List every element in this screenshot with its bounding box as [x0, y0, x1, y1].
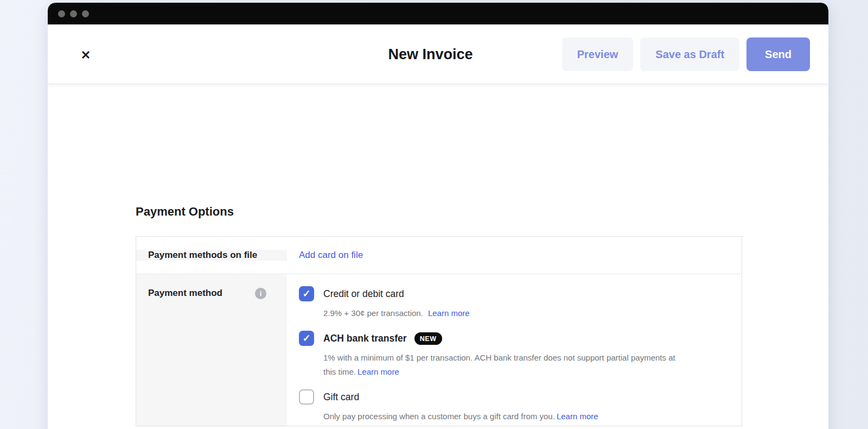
traffic-light-dot[interactable]	[82, 10, 89, 17]
ach-bank-transfer-checkbox[interactable]: ✓	[299, 331, 314, 346]
gift-card-label: Gift card	[323, 392, 359, 403]
payment-method-options-cell: ✓ Credit or debit card 2.9% + 30¢ per tr…	[287, 274, 742, 426]
gift-card-desc: Only pay processing when a customer buys…	[323, 409, 681, 424]
new-badge: NEW	[414, 332, 442, 345]
row-value-cell: Add card on file	[287, 250, 742, 261]
info-icon[interactable]: i	[255, 288, 266, 299]
payment-method-label: Payment method	[148, 288, 222, 299]
modal-window: ✕ New Invoice Preview Save as Draft Send…	[48, 3, 828, 429]
learn-more-link[interactable]: Learn more	[557, 412, 598, 421]
browser-titlebar	[48, 3, 828, 24]
gift-card-option: Gift card Only pay processing when a cus…	[299, 389, 742, 424]
save-as-draft-button[interactable]: Save as Draft	[640, 37, 739, 71]
ach-bank-transfer-option: ✓ ACH bank transfer NEW 1% with a minimu…	[299, 331, 742, 379]
row-label-cell: Payment methods on file	[136, 250, 287, 261]
credit-debit-card-option: ✓ Credit or debit card 2.9% + 30¢ per tr…	[299, 286, 742, 320]
traffic-light-dot[interactable]	[70, 10, 77, 17]
ach-bank-transfer-desc: 1% with a minimum of $1 per transaction.…	[323, 351, 681, 379]
preview-button[interactable]: Preview	[562, 37, 634, 71]
credit-debit-card-label: Credit or debit card	[323, 288, 404, 300]
payment-options-heading: Payment Options	[136, 205, 234, 219]
credit-debit-card-checkbox[interactable]: ✓	[299, 286, 314, 301]
close-icon[interactable]: ✕	[76, 46, 95, 65]
modal-content: Payment Options Payment methods on file …	[48, 84, 828, 429]
payment-methods-on-file-row: Payment methods on file Add card on file	[136, 237, 742, 274]
payment-options-panel: Payment methods on file Add card on file…	[136, 236, 742, 426]
credit-debit-card-desc: 2.9% + 30¢ per transaction.Learn more	[323, 306, 681, 320]
row-label-cell: Payment method i	[136, 274, 287, 426]
modal-header: ✕ New Invoice Preview Save as Draft Send	[48, 24, 828, 84]
fee-text: 2.9% + 30¢ per transaction.	[323, 308, 423, 318]
header-actions: Preview Save as Draft Send	[562, 37, 810, 71]
add-card-on-file-link[interactable]: Add card on file	[299, 250, 363, 261]
learn-more-link[interactable]: Learn more	[428, 308, 470, 318]
payment-method-row: Payment method i ✓ Credit or debit card …	[136, 274, 742, 426]
send-button[interactable]: Send	[746, 37, 810, 71]
learn-more-link[interactable]: Learn more	[358, 367, 399, 376]
gift-card-checkbox[interactable]	[299, 389, 314, 405]
traffic-light-dot[interactable]	[58, 10, 65, 17]
ach-bank-transfer-label: ACH bank transfer	[323, 333, 407, 344]
payment-methods-on-file-label: Payment methods on file	[148, 250, 257, 261]
fee-text: Only pay processing when a customer buys…	[323, 412, 555, 421]
page-title: New Invoice	[388, 46, 473, 62]
